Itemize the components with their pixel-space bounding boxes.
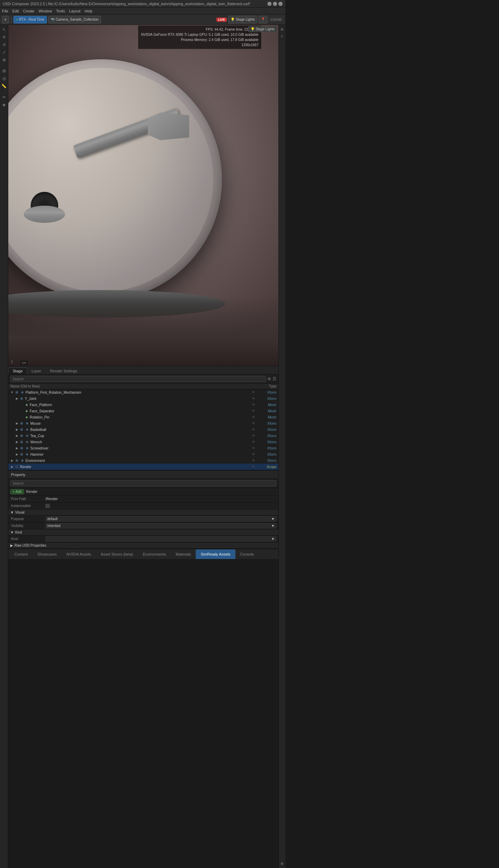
raw-usd-section-header[interactable]: ▶ Raw USD Properties: [8, 542, 278, 549]
3d-viewport[interactable]: FPS: 44.42, Frame time: 22.51 ms NVIDIA …: [8, 25, 278, 366]
tree-item-hammer[interactable]: ▶ ⊞ ⊕ Hammer 👁 Xform: [8, 451, 278, 457]
expander-platform[interactable]: ▼: [10, 390, 14, 395]
kind-dropdown[interactable]: ▼: [45, 536, 276, 541]
tab-nvidia-assets[interactable]: NVIDIA Assets: [62, 549, 96, 559]
rotate-tool[interactable]: ↺: [1, 41, 8, 48]
expander-wrench[interactable]: ▶: [14, 440, 19, 444]
tab-layer[interactable]: Layer: [27, 368, 46, 374]
menu-file[interactable]: File: [2, 9, 8, 13]
menu-window[interactable]: Window: [39, 9, 52, 13]
vis-icon-render[interactable]: 👁: [251, 464, 256, 469]
add-button[interactable]: + Add: [10, 489, 24, 494]
paint-tool[interactable]: ✏: [1, 94, 8, 101]
snap-tool[interactable]: ⊞: [1, 68, 8, 74]
vis-icon-facesep[interactable]: 👁: [251, 409, 256, 413]
instanceable-checkbox[interactable]: [45, 504, 50, 508]
type-faceplatform: Mesh: [256, 403, 276, 407]
type-screwdriver: Xform: [256, 446, 276, 450]
vis-icon-teacup[interactable]: 👁: [251, 433, 256, 438]
material-tool[interactable]: ◈: [1, 101, 8, 108]
minimize-button[interactable]: [267, 2, 272, 6]
close-button[interactable]: [278, 2, 283, 6]
visual-section-header[interactable]: ▼ Visual: [8, 509, 278, 516]
visibility-dropdown[interactable]: inherited ▼: [45, 523, 276, 528]
move-tool[interactable]: ✛: [1, 34, 8, 41]
menu-create[interactable]: Create: [23, 9, 34, 13]
tree-item-mouse[interactable]: ▶ ⊞ ⊕ Mouse 👁 Xform: [8, 420, 278, 426]
tab-environments[interactable]: Environments: [138, 549, 171, 559]
viewport-stage-lights-button[interactable]: 💡 Stage Lights: [248, 26, 277, 32]
tab-stage[interactable]: Stage: [8, 368, 27, 374]
xform2-icon-teacup: ⊕: [25, 433, 30, 438]
expander-environment[interactable]: ▶: [10, 458, 14, 463]
expander-render[interactable]: ▶: [10, 464, 14, 469]
bottom-panels: Stage Layer Render Settings ⚙ ☰ Name (Ol…: [8, 366, 278, 559]
expander-hammer[interactable]: ▶: [14, 452, 19, 457]
label-mouse: Mouse: [30, 422, 251, 425]
rt-close-icon[interactable]: ×: [279, 33, 285, 39]
vis-icon-faceplatform[interactable]: 👁: [251, 402, 256, 407]
tree-item-basketball[interactable]: ▶ ⊞ ⊕ Basketball 👁 Xform: [8, 426, 278, 433]
main-toolbar: ≡ ● RTX - Real Time 📷 Camera_Sample_Coll…: [0, 14, 285, 25]
vis-icon-yjoint[interactable]: 👁: [251, 396, 256, 401]
tree-item-environment[interactable]: ▶ ⊞ ⊕ Environment 👁 Xform: [8, 457, 278, 464]
gear-icon[interactable]: ⚙: [279, 26, 285, 32]
purpose-chevron: ▼: [271, 517, 275, 521]
measure-tool[interactable]: 📏: [1, 83, 8, 90]
tab-content[interactable]: Content: [10, 549, 33, 559]
expander-basketball[interactable]: ▶: [14, 427, 19, 432]
tree-item-wrench[interactable]: ▶ ⊞ ⊕ Wrench 👁 Xform: [8, 439, 278, 445]
tab-simready-assets[interactable]: SimReady Assets: [196, 549, 235, 559]
vis-icon-basketball[interactable]: 👁: [251, 427, 256, 432]
purpose-label: Purpose: [11, 517, 45, 521]
maximize-button[interactable]: [273, 2, 277, 6]
tree-item-rotpin[interactable]: ◈ Rotation_Pin 👁 Mesh: [8, 414, 278, 420]
vis-icon-mouse[interactable]: 👁: [251, 421, 256, 426]
purpose-dropdown[interactable]: default ▼: [45, 516, 276, 521]
live-badge[interactable]: LIVE: [216, 18, 227, 22]
rt-settings-icon[interactable]: ⚙: [279, 860, 285, 867]
location-button[interactable]: 📍: [258, 16, 267, 23]
hamburger-menu[interactable]: ≡: [2, 16, 9, 23]
tab-showcases[interactable]: Showcases: [33, 549, 62, 559]
menu-help[interactable]: Help: [85, 9, 93, 13]
expander-teacup[interactable]: ▶: [14, 433, 19, 438]
select-tool[interactable]: ↖: [1, 26, 8, 33]
camera-orbit[interactable]: ◎: [1, 75, 8, 82]
tree-item-render[interactable]: ▶ ⬡ Render 👁 Scope: [8, 464, 278, 470]
vis-icon-screwdriver[interactable]: 👁: [251, 446, 256, 451]
list-icon[interactable]: ☰: [273, 376, 276, 381]
vis-icon-hammer[interactable]: 👁: [251, 452, 256, 457]
menu-layout[interactable]: Layout: [69, 9, 81, 13]
expander-mouse[interactable]: ▶: [14, 421, 19, 426]
vis-icon-platform[interactable]: 👁: [251, 390, 256, 395]
tree-item-screwdriver[interactable]: ▶ ⊞ ⊕ Screwdriver 👁 Xform: [8, 445, 278, 451]
type-yjoint: Xform: [256, 397, 276, 401]
prop-search-input[interactable]: [10, 480, 276, 486]
stage-lights-button[interactable]: 💡 Stage Lights: [228, 16, 257, 23]
expander-yjoint[interactable]: ▶: [14, 396, 19, 401]
tab-asset-stores[interactable]: Asset Stores (beta): [96, 549, 138, 559]
filter-icon[interactable]: ⚙: [267, 376, 271, 381]
expander-screwdriver[interactable]: ▶: [14, 446, 19, 451]
menu-edit[interactable]: Edit: [12, 9, 19, 13]
vis-icon-environment[interactable]: 👁: [251, 458, 256, 463]
camera-button[interactable]: 📷 Camera_Sample_Collection: [48, 16, 101, 23]
tree-item-faceplatform[interactable]: ◈ Face_Platform 👁 Mesh: [8, 402, 278, 408]
tab-render-settings[interactable]: Render Settings: [45, 368, 82, 374]
kind-section-header[interactable]: ▼ Kind: [8, 529, 278, 536]
tree-item-faceseparator[interactable]: ◈ Face_Separator 👁 Mesh: [8, 408, 278, 414]
tab-console[interactable]: Console: [235, 549, 259, 559]
tree-item-platform[interactable]: ▼ ⊞ ⊕ Platform_First_Rotation_Mechanism …: [8, 389, 278, 395]
scale-tool[interactable]: ⤢: [1, 49, 8, 56]
tree-item-yjoint[interactable]: ▶ ⊞ Y_Joint 👁 Xform: [8, 395, 278, 402]
universal-tool[interactable]: ⊕: [1, 56, 8, 63]
vis-icon-wrench[interactable]: 👁: [251, 440, 256, 444]
stage-search-input[interactable]: [10, 376, 266, 382]
label-basketball: Basketball: [30, 428, 251, 432]
rtx-realtime-button[interactable]: ● RTX - Real Time: [13, 16, 47, 23]
tree-item-teacup[interactable]: ▶ ⊞ ⊕ Tea_Cup 👁 Xform: [8, 433, 278, 439]
menu-tools[interactable]: Tools: [56, 9, 65, 13]
tab-materials[interactable]: Materials: [171, 549, 196, 559]
vis-icon-rotpin[interactable]: 👁: [251, 415, 256, 420]
